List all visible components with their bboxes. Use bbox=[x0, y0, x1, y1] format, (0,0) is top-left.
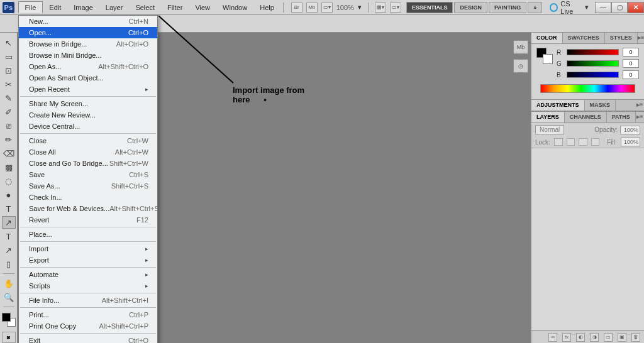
zoom-tool[interactable]: 🔍 bbox=[2, 291, 16, 303]
menu-select[interactable]: Select bbox=[129, 2, 161, 13]
background-swatch[interactable] bbox=[543, 54, 553, 64]
ws-design[interactable]: DESIGN bbox=[454, 2, 487, 13]
healing-tool[interactable]: ⎚ bbox=[2, 119, 16, 132]
menu-view[interactable]: View bbox=[189, 2, 216, 13]
menu-item-save-for-web-devices-[interactable]: Save for Web & Devices...Alt+Shift+Ctrl+… bbox=[19, 203, 157, 214]
dodge-tool[interactable]: ↗ bbox=[2, 216, 16, 229]
tab-styles[interactable]: STYLES bbox=[605, 33, 638, 43]
menu-item-save-as-[interactable]: Save As...Shift+Ctrl+S bbox=[19, 180, 157, 192]
lasso-tool[interactable]: ⊡ bbox=[2, 64, 16, 77]
menu-item-save[interactable]: SaveCtrl+S bbox=[19, 169, 157, 180]
menu-item-export[interactable]: Export bbox=[19, 254, 157, 266]
menu-window[interactable]: Window bbox=[216, 2, 253, 13]
menu-item-close-all[interactable]: Close AllAlt+Ctrl+W bbox=[19, 146, 157, 158]
fg-swatch[interactable] bbox=[2, 313, 11, 322]
crop-tool[interactable]: ✎ bbox=[2, 92, 16, 104]
layers-list[interactable] bbox=[531, 148, 644, 330]
hand-tool[interactable]: ✋ bbox=[2, 277, 16, 290]
type-tool[interactable]: T bbox=[2, 230, 16, 242]
menu-item-new-[interactable]: New...Ctrl+N bbox=[19, 16, 157, 27]
link-layers-icon[interactable]: ∞ bbox=[548, 333, 557, 342]
eyedropper-tool[interactable]: ✐ bbox=[2, 106, 16, 118]
minimize-button[interactable]: — bbox=[595, 2, 611, 13]
blend-mode-select[interactable]: Normal bbox=[535, 125, 564, 134]
new-fill-adj-icon[interactable]: ◑ bbox=[590, 333, 599, 342]
r-value[interactable]: 0 bbox=[623, 48, 639, 57]
menu-item-print-[interactable]: Print...Ctrl+P bbox=[19, 309, 157, 320]
tab-masks[interactable]: MASKS bbox=[585, 100, 616, 111]
tab-swatches[interactable]: SWATCHES bbox=[563, 33, 605, 43]
g-slider[interactable] bbox=[567, 60, 619, 67]
menu-item-revert[interactable]: RevertF12 bbox=[19, 214, 157, 226]
new-group-icon[interactable]: ▭ bbox=[604, 333, 613, 342]
lock-position-icon[interactable] bbox=[579, 138, 587, 146]
close-button[interactable]: ✕ bbox=[628, 2, 644, 13]
layers-panel-menu-icon[interactable]: ▸≡ bbox=[636, 112, 644, 122]
marquee-tool[interactable]: ▭ bbox=[2, 50, 16, 63]
menu-item-print-one-copy[interactable]: Print One CopyAlt+Shift+Ctrl+P bbox=[19, 320, 157, 332]
delete-layer-icon[interactable]: 🗑 bbox=[631, 333, 640, 342]
fill-input[interactable]: 100% bbox=[621, 138, 640, 146]
history-dock-icon[interactable]: ◷ bbox=[513, 59, 528, 73]
screenmode-icon[interactable]: ▭▾ bbox=[321, 3, 333, 13]
tab-layers[interactable]: LAYERS bbox=[531, 112, 565, 122]
g-value[interactable]: 0 bbox=[623, 59, 639, 68]
arrange-icon[interactable]: ▦▾ bbox=[375, 3, 386, 13]
menu-item-browse-in-bridge-[interactable]: Browse in Bridge...Alt+Ctrl+O bbox=[19, 38, 157, 50]
r-slider[interactable] bbox=[567, 49, 619, 55]
menu-filter[interactable]: Filter bbox=[161, 2, 189, 13]
gradient-tool[interactable]: ● bbox=[2, 188, 16, 201]
menu-item-share-my-screen-[interactable]: Share My Screen... bbox=[19, 98, 157, 109]
opacity-input[interactable]: 100% bbox=[620, 126, 640, 134]
color-swatch-pair[interactable] bbox=[536, 48, 553, 64]
menu-item-close-and-go-to-bridge-[interactable]: Close and Go To Bridge...Shift+Ctrl+W bbox=[19, 158, 157, 169]
adj-panel-menu-icon[interactable]: ▸≡ bbox=[635, 100, 644, 111]
fg-bg-swatches[interactable] bbox=[2, 313, 16, 327]
history-brush-tool[interactable]: ▩ bbox=[2, 161, 16, 173]
menu-item-open-as-smart-object-[interactable]: Open As Smart Object... bbox=[19, 72, 157, 84]
menu-help[interactable]: Help bbox=[253, 2, 280, 13]
color-panel-menu-icon[interactable]: ▸≡ bbox=[638, 33, 644, 43]
menu-item-check-in-[interactable]: Check In... bbox=[19, 192, 157, 203]
tab-channels[interactable]: CHANNELS bbox=[565, 112, 607, 122]
new-layer-icon[interactable]: ▣ bbox=[618, 333, 626, 342]
menu-item-browse-in-mini-bridge-[interactable]: Browse in Mini Bridge... bbox=[19, 50, 157, 61]
menu-file[interactable]: File bbox=[18, 1, 43, 13]
zoom-label[interactable]: 100% bbox=[336, 4, 354, 11]
lock-all-icon[interactable] bbox=[591, 138, 600, 146]
tab-adjustments[interactable]: ADJUSTMENTS bbox=[531, 100, 585, 111]
brush-tool[interactable]: ✏ bbox=[2, 133, 16, 146]
quick-select-tool[interactable]: ✂ bbox=[2, 78, 16, 90]
layer-mask-icon[interactable]: ◐ bbox=[576, 333, 585, 342]
clone-tool[interactable]: ⌫ bbox=[2, 147, 16, 160]
screenmode2-icon[interactable]: ▭▾ bbox=[390, 3, 401, 13]
eraser-tool[interactable]: ◌ bbox=[2, 175, 16, 187]
ws-essentials[interactable]: ESSENTIALS bbox=[406, 2, 453, 13]
menu-item-open-as-[interactable]: Open As...Alt+Shift+Ctrl+O bbox=[19, 61, 157, 72]
menu-item-open-recent[interactable]: Open Recent bbox=[19, 84, 157, 95]
quickmask-toggle[interactable]: ◙ bbox=[2, 332, 16, 343]
path-tool[interactable]: ↗ bbox=[2, 244, 16, 256]
ws-painting[interactable]: PAINTING bbox=[489, 2, 526, 13]
menu-item-automate[interactable]: Automate bbox=[19, 269, 157, 280]
ws-more[interactable]: » bbox=[528, 2, 542, 13]
menu-item-device-central-[interactable]: Device Central... bbox=[19, 121, 157, 132]
blur-tool[interactable]: T bbox=[2, 202, 16, 215]
layer-style-icon[interactable]: fx bbox=[562, 333, 571, 342]
b-slider[interactable] bbox=[567, 72, 619, 78]
shape-tool[interactable]: ▯ bbox=[2, 258, 16, 270]
minibridge-icon[interactable]: Mb bbox=[306, 3, 318, 13]
maximize-button[interactable]: ▢ bbox=[611, 2, 628, 13]
color-ramp[interactable] bbox=[540, 84, 635, 93]
move-tool[interactable]: ↖ bbox=[2, 36, 16, 49]
minibridge-dock-icon[interactable]: Mb bbox=[513, 40, 528, 54]
tab-paths[interactable]: PATHS bbox=[607, 112, 636, 122]
tab-color[interactable]: COLOR bbox=[531, 33, 563, 43]
bridge-icon[interactable]: Br bbox=[291, 3, 303, 13]
b-value[interactable]: 0 bbox=[623, 70, 639, 79]
menu-item-exit[interactable]: ExitCtrl+Q bbox=[19, 335, 157, 343]
menu-item-close[interactable]: CloseCtrl+W bbox=[19, 135, 157, 146]
menu-item-create-new-review-[interactable]: Create New Review... bbox=[19, 109, 157, 121]
menu-item-import[interactable]: Import bbox=[19, 243, 157, 254]
menu-layer[interactable]: Layer bbox=[99, 2, 130, 13]
